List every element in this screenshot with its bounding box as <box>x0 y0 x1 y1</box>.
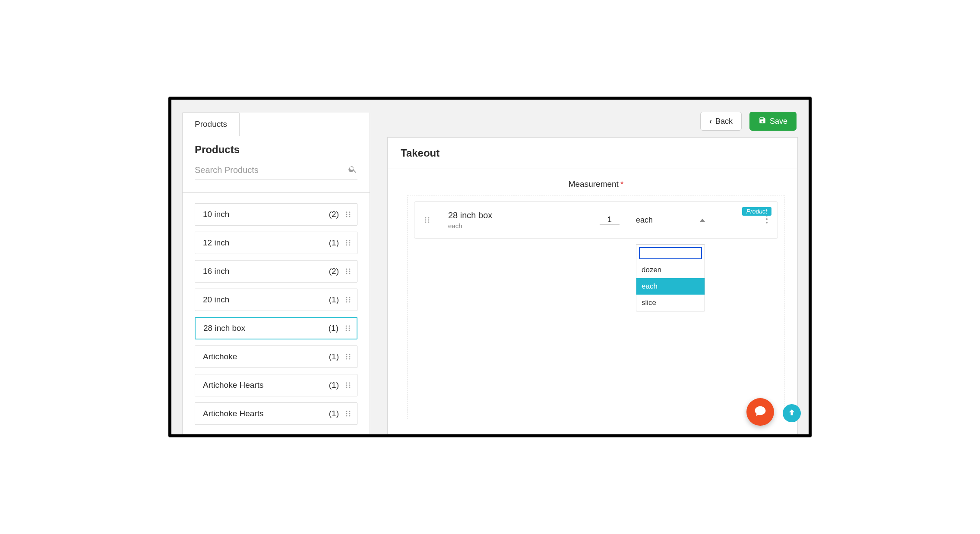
card-menu-button[interactable] <box>765 214 768 226</box>
svg-point-32 <box>346 358 348 360</box>
save-icon <box>759 116 766 126</box>
main-body: Measurement* Product 28 inch box each <box>388 169 797 432</box>
app-frame: ‹ Back Save Products Products <box>168 97 812 437</box>
select-value: each <box>636 216 653 225</box>
dropdown-option[interactable]: slice <box>636 295 705 311</box>
drag-handle-icon[interactable] <box>345 382 352 389</box>
svg-point-13 <box>346 271 348 272</box>
svg-point-21 <box>349 297 351 298</box>
product-item[interactable]: 12 inch(1) <box>195 232 357 254</box>
svg-point-31 <box>346 356 348 358</box>
product-count: (1) <box>329 352 339 361</box>
dropdown-option[interactable]: dozen <box>636 262 705 278</box>
measurement-card: Product 28 inch box each each <box>414 201 778 239</box>
svg-point-6 <box>346 240 348 242</box>
product-count: (2) <box>329 267 339 276</box>
svg-point-56 <box>766 222 768 223</box>
product-name: Artichoke <box>203 352 329 361</box>
back-button[interactable]: ‹ Back <box>700 112 742 131</box>
svg-point-30 <box>346 354 348 355</box>
main-panel: Takeout Measurement* Product 28 inch box <box>387 137 798 434</box>
content-area: ‹ Back Save Products Products <box>171 100 809 434</box>
chat-icon <box>754 405 767 419</box>
save-button[interactable]: Save <box>749 112 797 131</box>
svg-point-38 <box>346 387 348 388</box>
svg-point-18 <box>346 297 348 298</box>
svg-point-7 <box>346 242 348 244</box>
drag-handle-icon[interactable] <box>345 325 351 332</box>
measurement-select[interactable]: each dozeneachslice <box>636 216 705 225</box>
drag-handle-icon[interactable] <box>345 239 352 246</box>
product-count: (2) <box>329 210 339 219</box>
product-name: Artichoke Hearts <box>203 409 329 418</box>
product-item[interactable]: 16 inch(2) <box>195 260 357 283</box>
svg-point-49 <box>425 220 427 221</box>
top-actions: ‹ Back Save <box>700 112 797 131</box>
svg-point-25 <box>346 328 347 329</box>
drag-handle-icon[interactable] <box>345 268 352 275</box>
drag-handle-icon[interactable] <box>424 217 431 223</box>
svg-point-53 <box>428 222 430 223</box>
svg-point-39 <box>349 383 351 384</box>
svg-point-15 <box>349 269 351 270</box>
svg-point-42 <box>346 411 348 412</box>
search-icon[interactable] <box>348 164 357 176</box>
tab-products[interactable]: Products <box>182 112 240 136</box>
drag-handle-icon[interactable] <box>345 211 352 218</box>
card-main: 28 inch box each <box>448 210 492 229</box>
product-item[interactable]: 28 inch box(1) <box>195 317 357 339</box>
product-item[interactable]: Artichoke Hearts(1) <box>195 402 357 425</box>
tab-bar: Products <box>182 112 240 136</box>
svg-point-24 <box>346 326 347 327</box>
drag-handle-icon[interactable] <box>345 353 352 360</box>
chat-fab[interactable] <box>746 398 774 426</box>
measurement-header: Measurement* <box>408 179 784 189</box>
svg-point-34 <box>349 356 351 358</box>
svg-point-22 <box>349 299 351 301</box>
svg-point-0 <box>346 212 348 213</box>
divider <box>183 192 370 193</box>
svg-point-26 <box>346 330 347 331</box>
product-name: Artichoke Hearts <box>203 380 329 390</box>
svg-point-8 <box>346 245 348 246</box>
svg-point-12 <box>346 269 348 270</box>
columns: Products Products 10 inch(2)12 inch(1)16… <box>182 113 798 434</box>
product-name: 28 inch box <box>203 324 329 333</box>
svg-point-4 <box>349 214 351 215</box>
svg-point-48 <box>425 217 427 219</box>
measurement-label: Measurement <box>569 179 619 188</box>
svg-point-19 <box>346 299 348 301</box>
required-mark: * <box>620 179 623 188</box>
drag-handle-icon[interactable] <box>345 410 352 417</box>
caret-up-icon <box>700 219 705 222</box>
product-item[interactable]: 10 inch(2) <box>195 203 357 226</box>
svg-point-43 <box>346 413 348 415</box>
quantity-input[interactable] <box>600 215 620 225</box>
measurement-dropzone[interactable]: Product 28 inch box each each <box>408 195 784 419</box>
svg-point-5 <box>349 216 351 217</box>
svg-point-51 <box>428 217 430 219</box>
product-item[interactable]: 20 inch(1) <box>195 289 357 311</box>
back-label: Back <box>715 117 733 126</box>
svg-point-41 <box>349 387 351 388</box>
svg-point-37 <box>346 385 348 386</box>
search-input[interactable] <box>195 165 348 175</box>
svg-point-44 <box>346 415 348 417</box>
svg-point-33 <box>349 354 351 355</box>
product-item[interactable]: Artichoke Hearts(1) <box>195 374 357 396</box>
svg-point-40 <box>349 385 351 386</box>
svg-point-2 <box>346 216 348 217</box>
svg-point-28 <box>349 328 350 329</box>
product-item[interactable]: Artichoke(1) <box>195 346 357 368</box>
products-title: Products <box>195 144 357 156</box>
svg-point-3 <box>349 212 351 213</box>
page-title: Takeout <box>388 138 797 169</box>
svg-point-47 <box>349 415 351 417</box>
svg-point-46 <box>349 413 351 415</box>
chevron-left-icon: ‹ <box>709 117 712 126</box>
dropdown-option[interactable]: each <box>636 278 705 295</box>
dropdown-search-input[interactable] <box>639 247 702 259</box>
drag-handle-icon[interactable] <box>345 296 352 303</box>
scroll-top-button[interactable] <box>783 404 801 422</box>
card-product-name: 28 inch box <box>448 210 492 220</box>
